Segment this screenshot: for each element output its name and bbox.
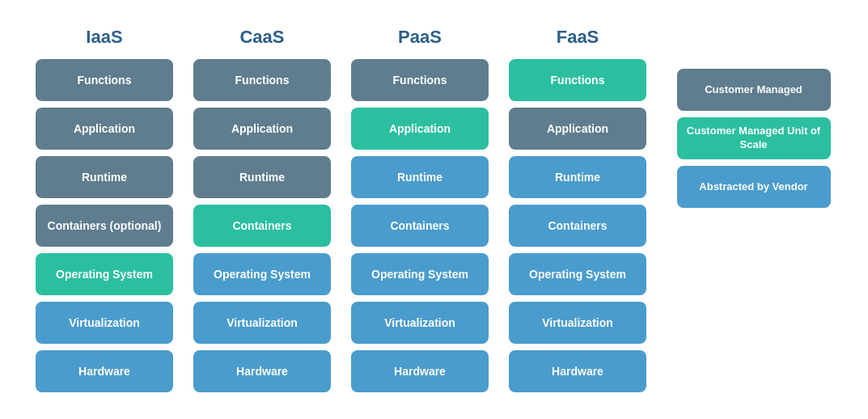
- cell-iaas-2: Runtime: [36, 156, 173, 198]
- diagram: IaaSFunctionsApplicationRuntimeContainer…: [6, 11, 863, 408]
- cell-faas-4: Operating System: [509, 253, 646, 295]
- cell-caas-3: Containers: [193, 205, 331, 247]
- column-faas: FaaSFunctionsApplicationRuntimeContainer…: [503, 27, 653, 392]
- cell-iaas-0: Functions: [36, 59, 173, 101]
- cell-iaas-1: Application: [36, 108, 173, 150]
- legend-item-0: Customer Managed: [677, 69, 831, 111]
- column-iaas: IaaSFunctionsApplicationRuntimeContainer…: [30, 27, 180, 392]
- cell-caas-4: Operating System: [193, 253, 331, 295]
- cell-paas-0: Functions: [351, 59, 489, 101]
- legend-item-2: Abstracted by Vendor: [677, 166, 831, 208]
- cell-faas-2: Runtime: [509, 156, 646, 198]
- cell-faas-5: Virtualization: [509, 302, 646, 344]
- column-title-paas: PaaS: [398, 27, 442, 48]
- cell-paas-3: Containers: [351, 205, 489, 247]
- column-paas: PaaSFunctionsApplicationRuntimeContainer…: [345, 27, 495, 392]
- cell-paas-5: Virtualization: [351, 302, 489, 344]
- cell-caas-2: Runtime: [193, 156, 331, 198]
- cell-paas-4: Operating System: [351, 253, 489, 295]
- column-title-iaas: IaaS: [86, 27, 122, 48]
- cell-caas-6: Hardware: [193, 350, 331, 392]
- cell-faas-3: Containers: [509, 205, 646, 247]
- cell-caas-5: Virtualization: [193, 302, 331, 344]
- column-title-caas: CaaS: [239, 27, 284, 48]
- cell-paas-6: Hardware: [351, 350, 489, 392]
- cell-iaas-6: Hardware: [36, 350, 173, 392]
- legend-item-1: Customer Managed Unit of Scale: [677, 117, 831, 159]
- columns-container: IaaSFunctionsApplicationRuntimeContainer…: [30, 27, 653, 392]
- cell-iaas-5: Virtualization: [36, 302, 173, 344]
- cell-caas-0: Functions: [193, 59, 331, 101]
- cell-faas-0: Functions: [509, 59, 646, 101]
- column-caas: CaaSFunctionsApplicationRuntimeContainer…: [188, 27, 337, 392]
- legend-column: Customer ManagedCustomer Managed Unit of…: [677, 69, 839, 208]
- cell-iaas-4: Operating System: [36, 253, 173, 295]
- cell-caas-1: Application: [193, 108, 331, 150]
- cell-paas-2: Runtime: [351, 156, 489, 198]
- cell-faas-6: Hardware: [509, 350, 646, 392]
- column-title-faas: FaaS: [557, 27, 599, 48]
- cell-iaas-3: Containers (optional): [36, 205, 173, 247]
- cell-paas-1: Application: [351, 108, 489, 150]
- cell-faas-1: Application: [509, 108, 646, 150]
